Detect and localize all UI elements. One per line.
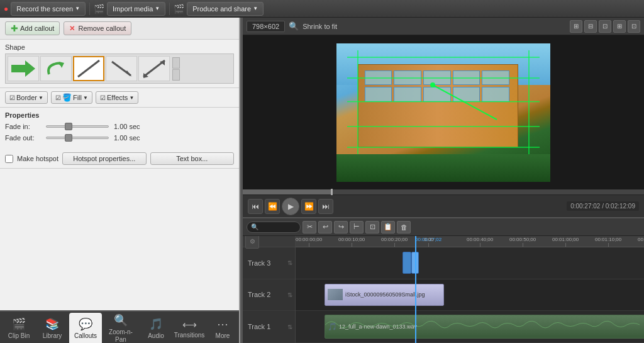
go-to-end-button[interactable]: ⏭ (318, 199, 333, 214)
fade-out-label: Fade out: (5, 134, 46, 142)
audio-icon: 🎵 (149, 317, 163, 331)
track2-row: iStock_000009560509Small.jpg (296, 279, 644, 312)
rewind-button[interactable]: ⏪ (265, 199, 280, 214)
track2-resize[interactable]: ⇅ (287, 291, 292, 298)
add-callout-label: Add callout (20, 25, 54, 32)
image-clip-label: iStock_000009560509Small.jpg (345, 291, 425, 298)
timeline-settings-button[interactable]: ⚙ (245, 236, 259, 249)
timeline-tool-copy[interactable]: ⊡ (365, 221, 379, 233)
timeline-tool-redo[interactable]: ↪ (334, 221, 348, 233)
import-dropdown-icon: ▼ (155, 6, 160, 11)
fade-out-thumb[interactable] (65, 134, 72, 142)
add-callout-icon: ✚ (11, 23, 18, 33)
shape-diagonal-line[interactable] (73, 56, 104, 81)
timeline-tool-delete[interactable]: 🗑 (397, 221, 411, 233)
ruler-mark-0: 00:00:00;00 (296, 237, 322, 247)
clip-thumbnail (328, 289, 343, 300)
fill-button[interactable]: ☑ 🪣 Fill ▼ (51, 91, 92, 104)
scrubber-bar[interactable] (243, 189, 644, 194)
play-button[interactable]: ▶ (282, 198, 299, 215)
timeline-tool-scissors[interactable]: ✂ (303, 221, 316, 233)
shape-scroll-up[interactable]: ▲ (172, 57, 180, 69)
effects-dropdown-icon: ▼ (129, 95, 134, 101)
tab-audio[interactable]: 🎵 Audio (140, 313, 172, 343)
timeline-tool-arrow[interactable]: ↩ (318, 221, 332, 233)
timeline-tool-split[interactable]: ⊢ (350, 221, 364, 233)
tab-library[interactable]: 📚 Library (36, 313, 69, 343)
fade-in-thumb[interactable] (65, 123, 72, 130)
shape-arrow-right[interactable] (8, 56, 39, 81)
shape-scroll-down[interactable]: ▼ (172, 69, 180, 81)
add-callout-button[interactable]: ✚ Add callout (5, 21, 60, 35)
text-box-button[interactable]: Text box... (150, 152, 234, 165)
more-icon: ⋯ (217, 317, 228, 331)
ruler-mark-1: 00:00:10;00 (338, 237, 365, 247)
preview-zoom-icon: 🔍 (289, 21, 299, 31)
shape-arrow-diag-down[interactable] (106, 56, 137, 81)
fade-in-slider[interactable] (46, 125, 109, 128)
shape-section: Shape (0, 40, 239, 88)
tab-transitions[interactable]: ⟷ Transitions (173, 313, 206, 343)
preview-btn-5[interactable]: ⊡ (628, 20, 640, 33)
preview-area (243, 35, 644, 189)
tab-clip-bin[interactable]: 🎬 Clip Bin (3, 313, 35, 343)
tab-more[interactable]: ⋯ More (206, 313, 239, 343)
scrubber-thumb[interactable] (331, 189, 333, 195)
border-button[interactable]: ☑ Border ▼ (5, 91, 48, 104)
shape-double-arrow[interactable] (138, 56, 170, 81)
track1-resize[interactable]: ⇅ (287, 323, 292, 330)
make-hotspot-checkbox[interactable] (5, 155, 13, 163)
import-button[interactable]: Import media ▼ (107, 2, 165, 16)
fade-out-value: 1.00 sec (114, 134, 140, 142)
go-to-start-button[interactable]: ⏮ (248, 199, 263, 214)
track1-audio-clip[interactable]: 🎵 12_full_a-new-dawn_0133.wav (325, 315, 644, 338)
fade-in-value: 1.00 sec (114, 123, 140, 130)
import-label: Import media (113, 5, 153, 13)
callouts-label: Callouts (74, 332, 97, 339)
timeline-search-icon: 🔍 (251, 223, 258, 230)
timeline-search-input[interactable] (258, 222, 296, 233)
hotspot-properties-button[interactable]: Hotspot properties... (62, 152, 146, 165)
preview-btn-3[interactable]: ⊡ (599, 20, 611, 33)
preview-fit-label[interactable]: Shrink to fit (303, 23, 337, 30)
effects-label: Effects (107, 94, 128, 101)
audio-label: Audio (148, 332, 164, 339)
tab-zoom-n-pan[interactable]: 🔍 Zoom-n-Pan (103, 313, 139, 343)
track3-resize[interactable]: ⇅ (287, 259, 292, 266)
scrubber-progress (243, 189, 331, 194)
zoom-n-pan-icon: 🔍 (114, 313, 128, 327)
main-layout: ✚ Add callout ✕ Remove callout Shape (0, 18, 644, 343)
shape-arrow-curve[interactable] (40, 56, 72, 81)
remove-callout-button[interactable]: ✕ Remove callout (64, 21, 131, 35)
ruler-mark-5: 00:00:50;00 (509, 237, 536, 247)
track3-callout-clip[interactable] (402, 252, 411, 274)
produce-button[interactable]: Produce and share ▼ (187, 2, 264, 16)
library-icon: 📚 (45, 317, 59, 331)
track2-image-clip[interactable]: iStock_000009560509Small.jpg (325, 284, 444, 306)
effects-button[interactable]: ☑ Effects ▼ (96, 91, 138, 104)
hotspot-properties-label: Hotspot properties... (73, 155, 135, 162)
timeline-tool-paste[interactable]: 📋 (381, 221, 395, 233)
ruler-mark-2: 00:00:20;00 (381, 237, 408, 247)
fade-out-slider[interactable] (46, 137, 109, 139)
preview-btn-4[interactable]: ⊞ (613, 20, 626, 33)
playhead[interactable] (415, 236, 416, 343)
preview-topbar-buttons: ⊞ ⊟ ⊡ ⊞ ⊡ (570, 20, 640, 33)
bottom-nav: 🎬 Clip Bin 📚 Library 💬 Callouts 🔍 Zoom-n… (0, 310, 239, 343)
fade-out-row: Fade out: 1.00 sec (5, 134, 234, 142)
fade-in-row: Fade in: 1.00 sec (5, 123, 234, 130)
preview-btn-1[interactable]: ⊞ (570, 20, 582, 33)
import-icon: 🎬 (94, 4, 104, 14)
tab-callouts[interactable]: 💬 Callouts (69, 313, 102, 343)
produce-dropdown-icon: ▼ (253, 6, 258, 11)
fast-forward-button[interactable]: ⏩ (301, 199, 316, 214)
panel-spacer (0, 169, 239, 310)
shape-label: Shape (5, 43, 234, 51)
record-button[interactable]: Record the screen ▼ (11, 2, 86, 16)
shape-scroll: ▲ ▼ (172, 57, 180, 81)
preview-btn-2[interactable]: ⊟ (584, 20, 597, 33)
library-label: Library (43, 332, 62, 339)
clip-bin-icon: 🎬 (12, 317, 26, 331)
playback-controls: ⏮ ⏪ ▶ ⏩ ⏭ 0:00:27:02 / 0:02:12:09 (243, 194, 644, 217)
ruler-mark-4: 00:00:40;00 (467, 237, 493, 247)
